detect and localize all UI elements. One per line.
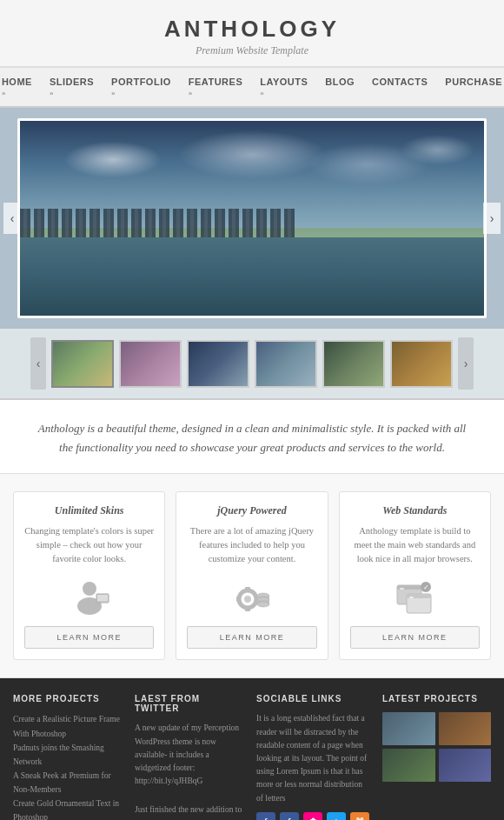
features-section: Unlimited Skins Changing template's colo… xyxy=(0,474,504,678)
footer-more-projects-title: MORE PROJECTS xyxy=(13,694,122,703)
facebook2-icon[interactable]: f xyxy=(280,812,299,820)
hero-main-image xyxy=(17,118,487,318)
thumb-5[interactable] xyxy=(322,340,385,388)
footer-social-text: It is a long established fact that a rea… xyxy=(256,712,369,804)
svg-rect-7 xyxy=(245,607,250,611)
twitter-icon[interactable]: t xyxy=(327,812,346,820)
thumb-6[interactable] xyxy=(390,340,453,388)
slider-next-button[interactable]: › xyxy=(483,203,501,234)
footer-col-social: SOCIABLE LINKS It is a long established … xyxy=(256,694,369,820)
rss-icon[interactable]: ⌘ xyxy=(350,812,369,820)
site-header: ANTHOLOGY Premium Website Template xyxy=(0,0,504,67)
facebook-icon[interactable]: f xyxy=(256,812,275,820)
footer-twitter-text2: Just finished the new addition to my Per… xyxy=(135,803,243,820)
nav-layouts[interactable]: LAYOUTS » xyxy=(251,68,316,106)
nav-contacts[interactable]: CONTACTS xyxy=(363,68,436,96)
svg-point-5 xyxy=(244,596,251,603)
svg-point-14 xyxy=(257,602,269,607)
svg-rect-8 xyxy=(236,597,241,602)
svg-rect-6 xyxy=(245,587,250,591)
footer-twitter-text: A new update of my Perception WordPress … xyxy=(135,722,243,788)
main-nav: HOME » SLIDERS » PORTFOLIO » FEATURES » … xyxy=(0,67,504,108)
feature-desc-skins: Changing template's colors is super simp… xyxy=(24,524,154,565)
learn-more-jquery[interactable]: LEARN MORE xyxy=(187,626,316,649)
thumb-prev-button[interactable]: ‹ xyxy=(30,337,46,390)
feature-card-webstandards: Web Standards Anthology template is buil… xyxy=(339,491,491,660)
footer-twitter-title: LAEST FROM TWITTER xyxy=(135,694,243,713)
footer-link-3[interactable]: A Sneak Peek at Premium for Non-Members xyxy=(13,769,122,797)
svg-rect-17 xyxy=(400,588,404,590)
footer-latest-title: LATEST PROJECTS xyxy=(382,694,491,703)
footer-col-latest: LATEST PROJECTS xyxy=(382,694,491,820)
footer-col-twitter: LAEST FROM TWITTER A new update of my Pe… xyxy=(135,694,243,820)
skins-icon xyxy=(63,576,116,619)
feature-title-jquery: jQuery Powered xyxy=(187,504,316,517)
footer-link-1[interactable]: Create a Realistic Picture Frame With Ph… xyxy=(13,712,122,740)
latest-projects-grid xyxy=(382,712,491,782)
thumb-2[interactable] xyxy=(119,340,182,388)
learn-more-skins[interactable]: LEARN MORE xyxy=(24,626,154,649)
feature-desc-jquery: There are a lot of amazing jQuery featur… xyxy=(187,524,316,565)
learn-more-webstandards[interactable]: LEARN MORE xyxy=(350,626,480,649)
footer-link-4[interactable]: Create Gold Ornamental Text in Photoshop xyxy=(13,797,122,820)
nav-home[interactable]: HOME » xyxy=(0,68,41,106)
thumb-3[interactable] xyxy=(187,340,249,388)
latest-project-4[interactable] xyxy=(439,749,492,782)
hero-slider: ‹ › xyxy=(0,108,504,329)
svg-rect-20 xyxy=(409,597,414,598)
nav-blog[interactable]: BLOG xyxy=(316,68,363,96)
latest-project-3[interactable] xyxy=(382,749,435,782)
footer-col-more-projects: MORE PROJECTS Create a Realistic Picture… xyxy=(13,694,122,820)
nav-sliders[interactable]: SLIDERS » xyxy=(41,68,103,106)
feature-desc-webstandards: Anthology template is build to meet the … xyxy=(350,524,480,565)
svg-text:✓: ✓ xyxy=(423,583,429,591)
footer-social-title: SOCIABLE LINKS xyxy=(256,694,369,703)
footer-link-2[interactable]: Padnuts joins the Smashing Network xyxy=(13,741,122,769)
site-footer: MORE PROJECTS Create a Realistic Picture… xyxy=(0,678,504,820)
site-title: ANTHOLOGY xyxy=(0,16,504,43)
svg-point-0 xyxy=(83,582,96,596)
feature-card-skins: Unlimited Skins Changing template's colo… xyxy=(13,491,165,660)
webstandards-icon: ✓ xyxy=(388,576,441,619)
latest-project-2[interactable] xyxy=(439,712,492,745)
thumb-1[interactable] xyxy=(51,340,114,388)
feature-title-webstandards: Web Standards xyxy=(350,504,480,517)
feature-card-jquery: jQuery Powered There are a lot of amazin… xyxy=(176,491,328,660)
thumb-4[interactable] xyxy=(255,340,317,388)
site-subtitle: Premium Website Template xyxy=(0,44,504,57)
flickr-icon[interactable]: ✿ xyxy=(303,812,322,820)
intro-section: Anthology is a beautiful theme, designed… xyxy=(0,400,504,474)
nav-features[interactable]: FEATURES » xyxy=(180,68,251,106)
thumbnail-strip: ‹ › xyxy=(0,329,504,400)
nav-portfolio[interactable]: PORTFOLIO » xyxy=(103,68,180,106)
nav-purchase[interactable]: PURCHASE xyxy=(436,68,504,96)
jquery-icon xyxy=(226,576,278,619)
social-icons-group: f f ✿ t ⌘ xyxy=(256,812,369,820)
intro-text: Anthology is a beautiful theme, designed… xyxy=(35,419,469,457)
svg-rect-3 xyxy=(97,595,108,601)
latest-project-1[interactable] xyxy=(382,712,435,745)
feature-title-skins: Unlimited Skins xyxy=(24,504,154,517)
thumb-next-button[interactable]: › xyxy=(458,337,474,390)
